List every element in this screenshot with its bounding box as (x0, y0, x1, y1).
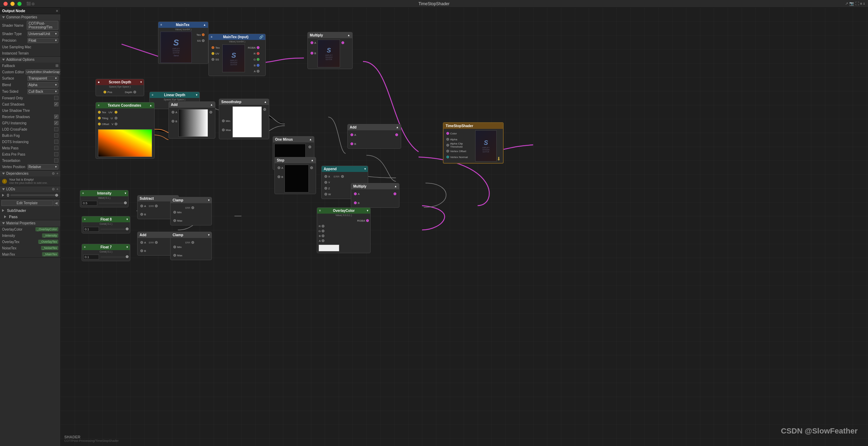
one-minus-expand[interactable]: ▲ (309, 138, 312, 141)
overlay-color-value[interactable]: _OverlayColor (35, 227, 58, 231)
intensity-node[interactable]: ≡ Intensity ▾ Value( 0.1 ) (80, 190, 129, 207)
lods-add-icon[interactable]: + (56, 187, 58, 191)
main-tex-input-link-icon[interactable]: 🔗 (259, 35, 263, 39)
add-right-node[interactable]: Add ▲ A B (347, 124, 401, 149)
additional-options-header[interactable]: Additional Options (0, 57, 60, 63)
meta-pass-checkbox[interactable] (54, 146, 58, 150)
overlay-tex-value[interactable]: _OverlayTex (38, 240, 58, 244)
step-expand[interactable]: ▲ (311, 159, 314, 162)
watermark-text: CSDN @SlowFeather (781, 427, 858, 436)
main-tex-node[interactable]: ≡ MainTex ▲ Value( Icon64 ) S AMPLIFYSHA… (158, 22, 208, 64)
screen-depth-node[interactable]: ■ Screen Depth ▾ Space( Eye Space ) Pos … (96, 79, 144, 96)
lods-settings-icon[interactable]: ⚙ (52, 187, 55, 191)
minimize-button[interactable] (10, 2, 15, 6)
smoothstep-ports-right (262, 106, 267, 138)
noise-tex-value[interactable]: _NoiseTex (41, 246, 58, 250)
titlebar: ⬛ ◎ TimeStopShader ↗ 📷 ⛶ ⊞ ℹ (0, 0, 868, 8)
main-tex-prop-value[interactable]: _MainTex (42, 252, 58, 256)
lods-header[interactable]: LODs ⚙ + (0, 186, 60, 192)
gpu-instancing-checkbox[interactable]: ✓ (54, 121, 58, 125)
tessellation-checkbox[interactable] (54, 158, 58, 163)
texture-coords-expand[interactable]: ▲ (149, 104, 152, 107)
lods-slider[interactable] (10, 195, 58, 196)
float8-node[interactable]: ≡ Float 8 ▾ Const( 0.1 ) (82, 216, 130, 233)
multiply-top-node[interactable]: Multiply ▲ A B S AMPLIFYSHADEREDITOR (307, 32, 353, 69)
add-top-expand[interactable]: ▲ (210, 103, 213, 106)
intensity-title: Intensity (97, 191, 111, 195)
maximize-button[interactable] (17, 2, 22, 6)
subshader-section: SubShader Pass (0, 207, 60, 220)
smoothstep-node[interactable]: Smoothstep ▲ Min Max (219, 99, 269, 139)
clamp-top-node[interactable]: Clamp ▾ Min Max ERR (170, 197, 212, 225)
panel-close-icon[interactable]: ✕ (56, 9, 58, 13)
intensity-input[interactable] (82, 201, 97, 206)
meta-pass-row: Meta Pass (0, 145, 60, 151)
receive-shadows-checkbox[interactable]: ✓ (54, 115, 58, 119)
overlay-color-preview (319, 245, 339, 251)
vertex-position-dropdown[interactable]: Relative ▼ (27, 164, 58, 170)
overlay-color-node[interactable]: ≡ OverlayColor ▾ Value( 0,0,0,1 ) RGBA R… (317, 207, 371, 253)
forward-only-checkbox[interactable] (54, 96, 58, 100)
float7-input[interactable] (83, 255, 99, 259)
pass-expand-icon[interactable] (4, 215, 6, 218)
precision-dropdown[interactable]: Float ▼ (27, 38, 58, 43)
lods-value: 0 (7, 193, 9, 197)
edit-template-button[interactable]: Edit Template (1, 200, 53, 206)
overlay-color-expand[interactable]: ▾ (367, 209, 368, 212)
clamp-top-expand[interactable]: ▾ (208, 199, 209, 202)
intensity-prop-value[interactable]: _Intensity (42, 233, 58, 238)
surface-dropdown[interactable]: Transparent ▼ (27, 76, 58, 81)
clamp-bottom-node[interactable]: Clamp ▾ Min Max ERR (170, 232, 212, 260)
extra-pre-pass-checkbox[interactable] (54, 152, 58, 156)
blend-dropdown[interactable]: Alpha ▼ (27, 82, 58, 88)
fallback-row: Fallback (0, 63, 60, 69)
canvas-area[interactable]: ≡ MainTex ▲ Value( Icon64 ) S AMPLIFYSHA… (61, 8, 868, 446)
smoothstep-expand[interactable]: ▲ (264, 100, 267, 104)
material-properties-header[interactable]: Material Properties (0, 220, 60, 226)
shader-type-dropdown[interactable]: Universal/Unit ▼ (27, 31, 58, 36)
main-tex-input-node[interactable]: ≡ MainTex (Input) 🔗 Value( Icon64 ) Tex … (208, 34, 266, 76)
float8-input[interactable] (83, 227, 99, 232)
float8-expand[interactable]: ▾ (126, 218, 128, 221)
clamp-bottom-expand[interactable]: ▾ (208, 233, 209, 237)
two-sided-dropdown[interactable]: Cull Back ▼ (27, 89, 58, 94)
cast-shadows-checkbox[interactable]: ✓ (54, 102, 58, 106)
lods-expand-icon[interactable] (2, 194, 4, 197)
main-tex-expand[interactable]: ▲ (203, 23, 206, 26)
multiply-bottom-node[interactable]: Multiply ▲ A B (351, 183, 399, 208)
close-button[interactable] (3, 2, 8, 6)
intensity-expand[interactable]: ▾ (125, 192, 126, 195)
screen-depth-expand[interactable]: ▾ (140, 81, 142, 84)
addb-b-dot (140, 249, 143, 252)
float7-expand[interactable]: ▾ (126, 246, 128, 249)
port-clampt-o-out: ERR (185, 205, 194, 210)
edit-template-arrow-button[interactable]: ◀ (53, 200, 59, 206)
add-right-expand[interactable]: ▲ (396, 126, 399, 129)
common-properties-header[interactable]: Common Properties (0, 14, 60, 20)
dependencies-header[interactable]: Dependencies ⚙ + (0, 171, 60, 176)
add-top-node[interactable]: Add ▲ A B (168, 101, 215, 139)
multiply-bottom-title: Multiply (353, 184, 366, 188)
two-sided-label: Two Sided (2, 90, 26, 93)
built-in-fog-checkbox[interactable] (54, 133, 58, 138)
instanced-terrain-label: Instanced Terrain (2, 51, 58, 55)
dots-instancing-checkbox[interactable] (54, 140, 58, 144)
linear-depth-expand[interactable]: ▾ (196, 93, 197, 97)
multiply-bottom-expand[interactable]: ▲ (394, 185, 397, 188)
append-expand[interactable]: ▾ (364, 167, 366, 171)
float8-slider[interactable] (100, 229, 129, 230)
lod-crossfade-checkbox[interactable] (54, 127, 58, 131)
step-node[interactable]: Step ▲ A B (274, 157, 316, 194)
shader-name-value[interactable]: COT/Post-Processing/Tim (27, 21, 58, 30)
subshader-expand-icon[interactable] (2, 209, 4, 212)
timestop-download-icon[interactable]: ⬇ (497, 130, 502, 162)
float7-node[interactable]: ≡ Float 7 ▾ Const( 0.1 ) (82, 244, 130, 261)
float7-slider[interactable] (100, 256, 129, 258)
texture-coords-node[interactable]: ≡ Texture Coordinates ▲ Tex UV Tiling U (96, 102, 155, 159)
dependencies-settings-icon[interactable]: ⚙ (52, 172, 55, 175)
custom-editor-dropdown[interactable]: UnityEditor.ShaderGrap ▼ (25, 69, 61, 74)
dependencies-add-icon[interactable]: + (56, 172, 58, 175)
timestop-shader-node[interactable]: TimeStopShader Color Alpha Alpha Clip Th… (443, 122, 504, 164)
multiply-top-expand[interactable]: ▲ (347, 34, 350, 37)
intensity-slider[interactable] (99, 203, 127, 204)
